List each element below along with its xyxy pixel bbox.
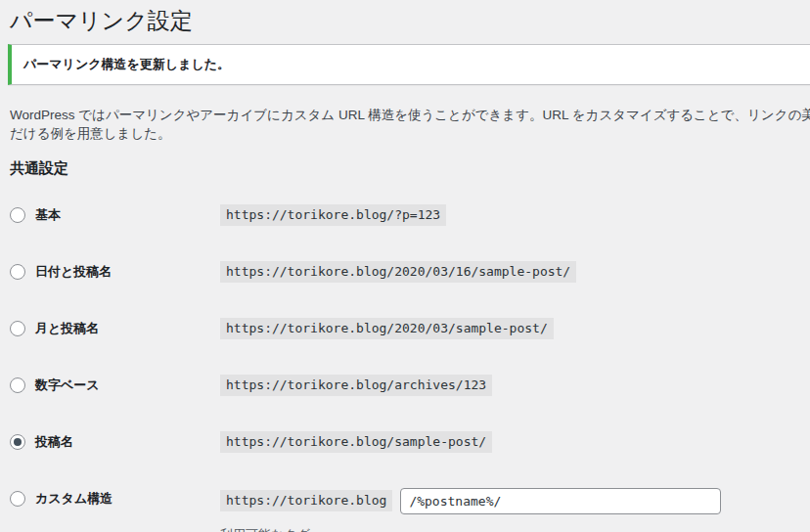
- permalink-option-day-name: 日付と投稿名 https://torikore.blog/2020/03/16/…: [10, 261, 810, 283]
- option-label[interactable]: 投稿名: [35, 431, 73, 453]
- intro-paragraph: WordPress ではパーマリンクやアーカイブにカスタム URL 構造を使うこ…: [10, 106, 810, 144]
- custom-base-url: https://torikore.blog: [220, 490, 392, 511]
- example-url: https://torikore.blog/2020/03/16/sample-…: [220, 261, 576, 283]
- example-url: https://torikore.blog/sample-post/: [220, 431, 492, 453]
- radio-button[interactable]: [10, 434, 25, 450]
- permalink-option-numeric: 数字ベース https://torikore.blog/archives/123: [10, 375, 810, 396]
- custom-structure-line: https://torikore.blog: [220, 488, 721, 514]
- option-label[interactable]: 数字ベース: [35, 375, 100, 396]
- permalink-option-post-name: 投稿名 https://torikore.blog/sample-post/: [10, 431, 810, 453]
- radio-button[interactable]: [10, 264, 25, 280]
- option-label[interactable]: カスタム構造: [35, 488, 112, 510]
- option-label-cell: 基本: [10, 204, 220, 226]
- intro-line-1: WordPress ではパーマリンクやアーカイブにカスタム URL 構造を使うこ…: [10, 106, 810, 125]
- option-label-cell: カスタム構造: [10, 488, 220, 510]
- example-url: https://torikore.blog/2020/03/sample-pos…: [220, 318, 554, 339]
- option-label-cell: 日付と投稿名: [10, 261, 220, 283]
- option-label[interactable]: 月と投稿名: [35, 318, 99, 339]
- available-tags-label: 利用可能なタグ:: [220, 526, 721, 532]
- permalink-option-plain: 基本 https://torikore.blog/?p=123: [10, 204, 810, 226]
- option-label[interactable]: 日付と投稿名: [35, 261, 112, 283]
- success-notice-message: パーマリンク構造を更新しました。: [23, 56, 810, 73]
- custom-structure-input[interactable]: [400, 488, 721, 514]
- example-url: https://torikore.blog/archives/123: [220, 375, 492, 396]
- permalink-option-custom: カスタム構造 https://torikore.blog 利用可能なタグ:: [10, 488, 810, 532]
- success-notice: パーマリンク構造を更新しました。: [8, 44, 810, 85]
- option-label-cell: 投稿名: [10, 431, 220, 453]
- radio-button[interactable]: [10, 377, 25, 393]
- permalink-options-list: 基本 https://torikore.blog/?p=123 日付と投稿名 h…: [10, 204, 810, 532]
- common-settings-heading: 共通設定: [10, 159, 810, 177]
- page-title: パーマリンク設定: [10, 0, 810, 36]
- radio-button[interactable]: [10, 321, 25, 336]
- intro-line-2: だける例を用意しました。: [10, 124, 810, 144]
- option-label-cell: 数字ベース: [10, 375, 220, 396]
- custom-structure-cell: https://torikore.blog 利用可能なタグ:: [220, 488, 721, 532]
- settings-wrap: パーマリンク設定 パーマリンク構造を更新しました。 WordPress ではパー…: [0, 0, 810, 532]
- radio-button[interactable]: [10, 491, 25, 507]
- permalink-settings-page: { "header": { "title": "パーマリンク設定" }, "no…: [0, 0, 810, 532]
- option-label-cell: 月と投稿名: [10, 318, 220, 339]
- option-label[interactable]: 基本: [35, 204, 61, 226]
- radio-button[interactable]: [10, 207, 25, 223]
- example-url: https://torikore.blog/?p=123: [220, 204, 446, 226]
- permalink-option-month-name: 月と投稿名 https://torikore.blog/2020/03/samp…: [10, 318, 810, 339]
